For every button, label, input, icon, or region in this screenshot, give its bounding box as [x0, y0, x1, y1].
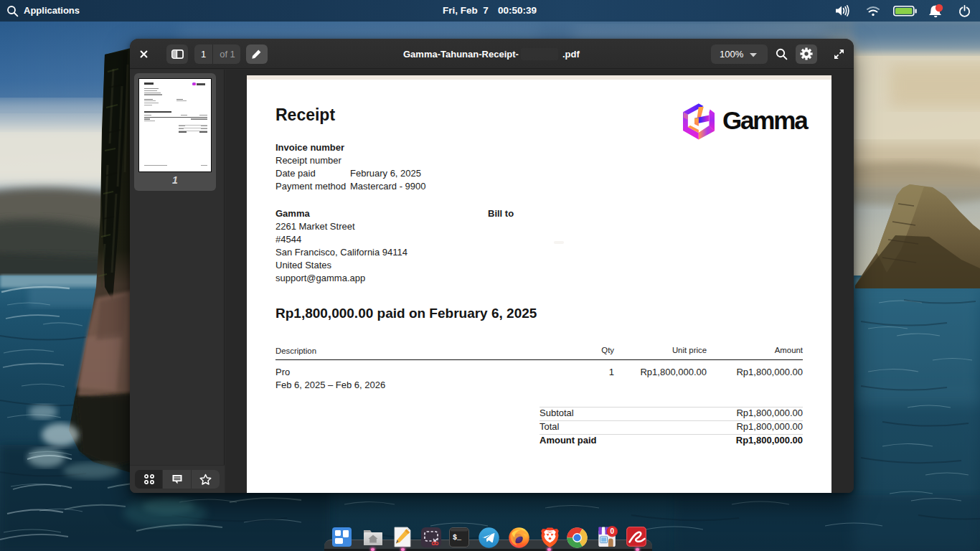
svg-text:0: 0: [611, 527, 615, 535]
svg-text:$_: $_: [453, 534, 462, 542]
